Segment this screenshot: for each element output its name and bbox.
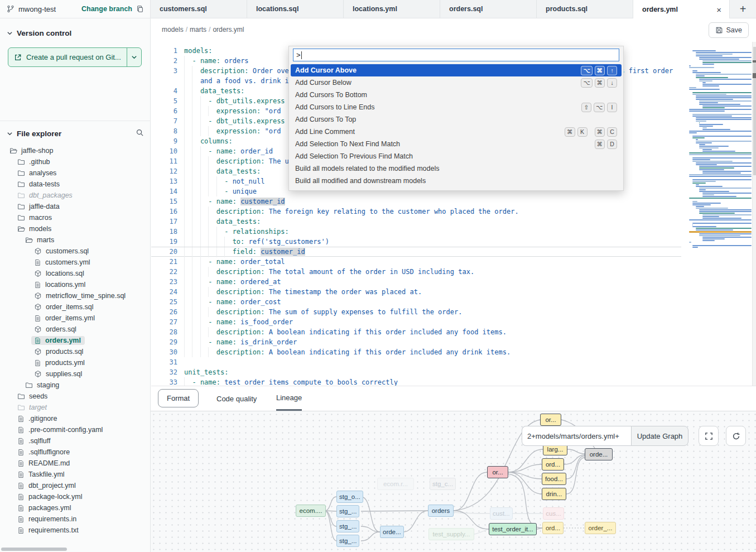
code-line[interactable]: 31 [151, 357, 681, 367]
tab-customers.sql[interactable]: customers.sql [151, 0, 247, 18]
tab-lineage[interactable]: Lineage [276, 386, 302, 411]
command-item[interactable]: Build all modified and downstream models [291, 175, 622, 187]
version-control-header[interactable]: Version control [0, 23, 151, 42]
lineage-node[interactable]: ord... [542, 458, 564, 471]
format-button[interactable]: Format [158, 389, 199, 407]
command-palette-input[interactable]: > [293, 49, 619, 61]
file-explorer-header[interactable]: File explorer [0, 124, 151, 143]
scrollbar-thumb[interactable] [1, 548, 67, 551]
lineage-node[interactable]: ecom.r... [377, 478, 414, 490]
create-pr-button[interactable]: Create a pull request on Git... [8, 47, 142, 67]
breadcrumb-part[interactable]: orders.yml [213, 26, 244, 33]
command-item[interactable]: Add Cursors To Top [291, 113, 622, 126]
tab-locations.sql[interactable]: locations.sql [247, 0, 344, 18]
tab-locations.yml[interactable]: locations.yml [344, 0, 440, 18]
tree-item[interactable]: README.md [0, 458, 151, 469]
scrollbar-thumb[interactable] [753, 47, 756, 175]
code-line[interactable]: 17data_tests: [151, 217, 681, 227]
lineage-node[interactable]: stg_... [336, 520, 359, 532]
tree-item[interactable]: models [0, 223, 151, 234]
tree-item[interactable]: .pre-commit-config.yaml [0, 424, 151, 435]
tree-item[interactable]: target [0, 402, 151, 413]
lineage-node[interactable]: food... [542, 473, 566, 485]
tree-item[interactable]: .sqlfluff [0, 435, 151, 447]
code-line[interactable]: 16description: The foreign key relating … [151, 207, 681, 217]
lineage-node[interactable]: cust... [490, 507, 513, 520]
pr-button-caret[interactable] [127, 48, 141, 66]
lineage-node[interactable]: ord... [542, 522, 564, 534]
tree-item[interactable]: requirements.in [0, 513, 151, 525]
lineage-node[interactable]: cus... [543, 507, 564, 520]
tree-item[interactable]: .gitignore [0, 413, 151, 424]
tab-orders.yml[interactable]: orders.yml× [633, 0, 730, 19]
fullscreen-button[interactable] [699, 426, 719, 446]
refresh-button[interactable] [726, 426, 746, 446]
tree-item[interactable]: jaffle-shop [0, 145, 151, 156]
tree-item[interactable]: packages.yml [0, 502, 151, 513]
breadcrumb-part[interactable]: marts [190, 26, 206, 33]
command-item[interactable]: Add Line Comment⌘K⌘C [291, 126, 622, 138]
code-line[interactable]: 22description: The total amount of the o… [151, 267, 681, 277]
command-item[interactable]: Build all models related to the modified… [291, 162, 622, 175]
lineage-node[interactable]: or... [540, 414, 561, 426]
code-line[interactable]: 18- relationships: [151, 227, 681, 237]
code-line[interactable]: 29- name: is_drink_order [151, 337, 681, 347]
tree-item[interactable]: products.sql [0, 346, 151, 357]
tree-item[interactable]: .github [0, 156, 151, 167]
lineage-node[interactable]: stg_o... [336, 491, 363, 503]
code-line[interactable]: 20field: customer_id [151, 247, 681, 257]
code-line[interactable]: 30description: A boolean indicating if t… [151, 347, 681, 357]
lineage-node[interactable]: stg_c... [430, 478, 456, 490]
lineage-node[interactable]: stg_... [336, 535, 359, 547]
tree-item[interactable]: staging [0, 380, 151, 391]
tree-item[interactable]: customers.sql [0, 246, 151, 257]
tree-item[interactable]: Taskfile.yml [0, 469, 151, 480]
code-line[interactable]: 32unit_tests: [151, 367, 681, 377]
update-graph-button[interactable]: Update Graph [631, 426, 688, 446]
tree-item[interactable]: customers.yml [0, 257, 151, 268]
tree-item[interactable]: order_items.yml [0, 313, 151, 324]
command-item[interactable]: Add Selection To Previous Find Match [291, 150, 622, 162]
tab-orders.sql[interactable]: orders.sql [440, 0, 537, 18]
code-line[interactable]: 19to: ref('stg_customers') [151, 237, 681, 247]
change-branch-link[interactable]: Change branch [81, 5, 132, 13]
lineage-node[interactable]: order_... [585, 522, 616, 534]
tab-code-quality[interactable]: Code quality [216, 386, 257, 411]
lineage-node[interactable]: test_order_it... [489, 523, 537, 535]
tree-item[interactable]: macros [0, 212, 151, 223]
lineage-node[interactable]: orders [428, 505, 454, 517]
minimap[interactable] [689, 47, 752, 252]
command-item[interactable]: Add Cursors To Bottom [291, 89, 622, 101]
breadcrumb-part[interactable]: models [162, 26, 184, 33]
lineage-node[interactable]: or... [487, 466, 508, 478]
tree-item[interactable]: dbt_project.yml [0, 480, 151, 491]
lineage-node[interactable]: stg_... [336, 505, 359, 517]
tree-item[interactable]: analyses [0, 167, 151, 179]
tree-item[interactable]: metricflow_time_spine.sql [0, 290, 151, 301]
lineage-node[interactable]: test_supply... [428, 528, 474, 540]
tree-item[interactable]: jaffle-data [0, 201, 151, 212]
tree-item[interactable]: orders.sql [0, 324, 151, 335]
code-line[interactable]: 33- name: test_order_items_compute_to_bo… [151, 377, 681, 386]
command-item[interactable]: Add Cursor Below⌥⌘↓ [291, 76, 622, 89]
tree-item[interactable]: package-lock.yml [0, 491, 151, 502]
close-tab-icon[interactable]: × [716, 5, 721, 15]
new-tab-button[interactable]: + [730, 0, 756, 18]
search-icon[interactable] [136, 128, 144, 137]
code-line[interactable]: 23- name: ordered_at [151, 277, 681, 287]
tree-item[interactable]: marts [0, 234, 151, 246]
code-line[interactable]: 21- name: order_total [151, 257, 681, 267]
tree-item[interactable]: dbt_packages [0, 190, 151, 201]
sidebar-hscrollbar[interactable] [0, 547, 150, 551]
tree-item[interactable]: locations.yml [0, 279, 151, 290]
lineage-selector-input[interactable]: 2+models/marts/orders.yml+ [522, 426, 631, 446]
tree-item[interactable]: orders.yml [0, 335, 151, 346]
tree-item[interactable]: supplies.sql [0, 368, 151, 380]
editor-vscrollbar[interactable] [752, 42, 756, 386]
command-item[interactable]: Add Cursors to Line Ends⇧⌥I [291, 101, 622, 113]
tree-item[interactable]: data-tests [0, 179, 151, 190]
command-item[interactable]: Add Cursor Above⌥⌘↑ [291, 64, 622, 76]
copy-branch-icon[interactable] [136, 5, 144, 13]
tab-products.sql[interactable]: products.sql [537, 0, 633, 18]
command-item[interactable]: Add Selection To Next Find Match⌘D [291, 138, 622, 150]
